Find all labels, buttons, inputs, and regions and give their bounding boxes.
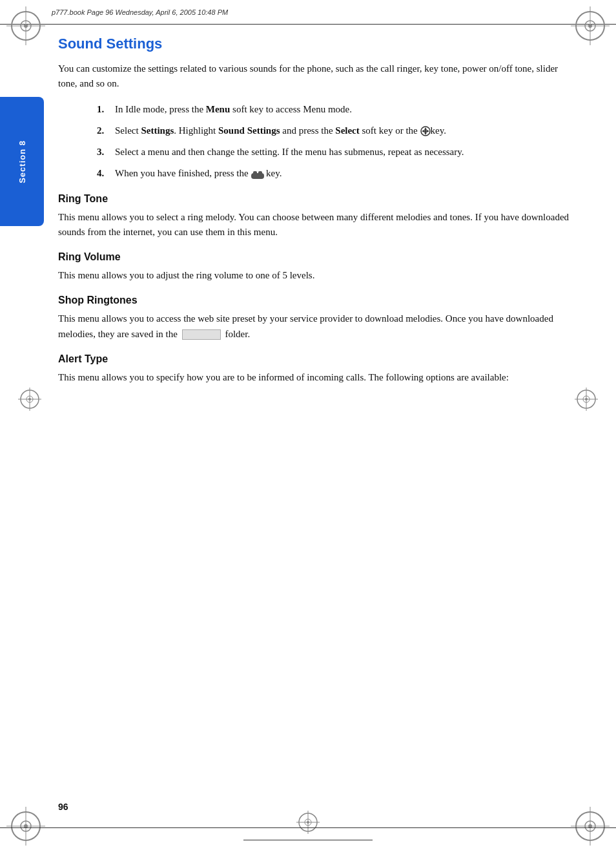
svg-rect-42 bbox=[253, 171, 257, 174]
step-3-num: 3. bbox=[97, 145, 115, 160]
step-1-menu-bold: Menu bbox=[206, 104, 231, 114]
step-2-settings-bold: Settings bbox=[141, 125, 174, 136]
bottom-line bbox=[243, 840, 373, 840]
ring-volume-heading: Ring Volume bbox=[58, 251, 577, 263]
step-2-text: Select Settings. Highlight Sound Setting… bbox=[115, 123, 577, 138]
svg-rect-41 bbox=[251, 173, 264, 179]
intro-paragraph: You can customize the settings related t… bbox=[58, 61, 577, 92]
section-tab: Section 8 bbox=[0, 97, 44, 226]
section-tab-label: Section 8 bbox=[17, 140, 27, 183]
step-4-text: When you have finished, press the key. bbox=[115, 166, 577, 181]
main-content: Sound Settings You can customize the set… bbox=[58, 36, 577, 820]
end-key-icon bbox=[251, 170, 263, 179]
svg-marker-36 bbox=[424, 127, 427, 130]
ring-tone-heading: Ring Tone bbox=[58, 193, 577, 205]
crosshair-mid-left bbox=[18, 388, 41, 411]
shop-ringtones-heading: Shop Ringtones bbox=[58, 295, 577, 306]
step-2-sound-settings-bold: Sound Settings bbox=[218, 125, 280, 136]
step-2-select-bold: Select bbox=[335, 125, 359, 136]
svg-marker-39 bbox=[427, 130, 429, 132]
ring-tone-body: This menu allows you to select a ring me… bbox=[58, 210, 577, 240]
page-title: Sound Settings bbox=[58, 36, 577, 52]
step-1-text: In Idle mode, press the Menu soft key to… bbox=[115, 102, 577, 117]
page-number: 96 bbox=[58, 802, 68, 812]
step-3-text: Select a menu and then change the settin… bbox=[115, 145, 577, 160]
steps-list: 1. In Idle mode, press the Menu soft key… bbox=[97, 102, 577, 182]
header-text: p777.book Page 96 Wednesday, April 6, 20… bbox=[52, 8, 228, 16]
svg-rect-43 bbox=[258, 171, 262, 174]
step-1-num: 1. bbox=[97, 102, 115, 117]
step-4-num: 4. bbox=[97, 166, 115, 181]
svg-marker-37 bbox=[424, 132, 427, 135]
nav-key-icon bbox=[420, 126, 431, 136]
corner-mark-tl bbox=[6, 6, 45, 45]
step-2-num: 2. bbox=[97, 123, 115, 138]
shop-ringtones-body: This menu allows you to access the web s… bbox=[58, 311, 577, 342]
ring-volume-body: This menu allows you to adjust the ring … bbox=[58, 268, 577, 283]
alert-type-body: This menu allows you to specify how you … bbox=[58, 370, 577, 385]
alert-type-heading: Alert Type bbox=[58, 353, 577, 365]
crosshair-mid-right bbox=[575, 388, 598, 411]
bottom-bar bbox=[0, 827, 616, 852]
svg-point-40 bbox=[424, 130, 427, 132]
step-3: 3. Select a menu and then change the set… bbox=[97, 145, 577, 160]
step-2: 2. Select Settings. Highlight Sound Sett… bbox=[97, 123, 577, 138]
folder-placeholder bbox=[182, 329, 221, 340]
header-bar: p777.book Page 96 Wednesday, April 6, 20… bbox=[0, 0, 616, 25]
step-4: 4. When you have finished, press the key… bbox=[97, 166, 577, 181]
svg-marker-38 bbox=[422, 130, 424, 132]
step-1: 1. In Idle mode, press the Menu soft key… bbox=[97, 102, 577, 117]
